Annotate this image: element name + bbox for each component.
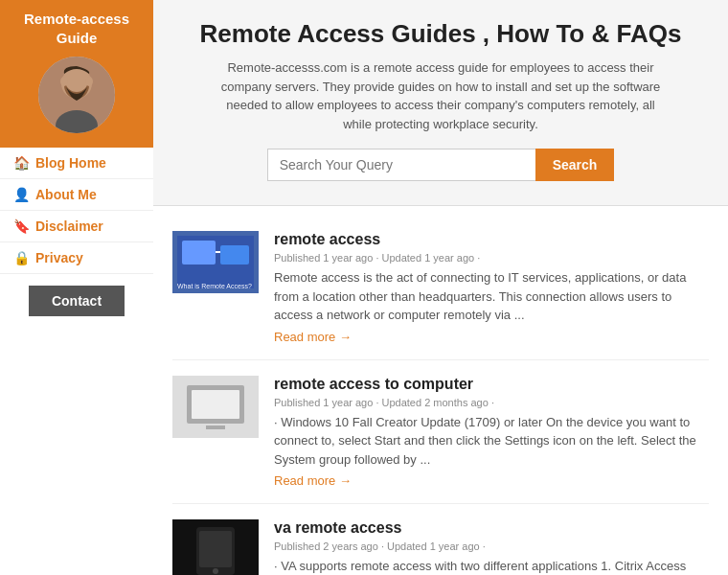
sidebar-item-privacy[interactable]: 🔒 Privacy: [0, 242, 153, 274]
article-title: remote access: [274, 231, 709, 248]
sidebar-item-about-me[interactable]: 👤 About Me: [0, 179, 153, 211]
lock-icon: 🔒: [13, 250, 30, 265]
user-icon: 👤: [13, 187, 30, 202]
main-content: Remote Access Guides , How To & FAQs Rem…: [153, 0, 728, 575]
site-title: Remote-access Guide: [0, 10, 153, 57]
article-item: What is Remote Access? remote access Pub…: [172, 216, 709, 360]
nav-label-privacy: Privacy: [35, 250, 83, 265]
sidebar: Remote-access Guide 🏠 Blog Home 👤: [0, 0, 153, 575]
article-item: va remote access Published 2 years ago ·…: [172, 504, 709, 575]
bookmark-icon: 🔖: [13, 218, 30, 234]
article-content: remote access to computer Published 1 ye…: [274, 376, 709, 489]
article-description: · VA supports remote access with two dif…: [274, 557, 709, 575]
article-meta: Published 1 year ago · Updated 2 months …: [274, 397, 709, 408]
avatar: [38, 57, 115, 133]
search-button[interactable]: Search: [535, 149, 615, 181]
home-icon: 🏠: [13, 155, 30, 171]
svg-rect-19: [199, 531, 232, 567]
nav-label-about-me: About Me: [35, 187, 97, 202]
article-item: remote access to computer Published 1 ye…: [172, 360, 709, 505]
svg-point-4: [60, 77, 68, 86]
svg-rect-15: [192, 390, 239, 419]
page-title: Remote Access Guides , How To & FAQs: [182, 19, 699, 49]
article-thumbnail: What is Remote Access?: [172, 231, 259, 293]
article-content: va remote access Published 2 years ago ·…: [274, 519, 709, 575]
read-more-link[interactable]: Read more →: [274, 473, 352, 488]
article-description: · Windows 10 Fall Creator Update (1709) …: [274, 413, 709, 470]
nav-label-blog-home: Blog Home: [35, 155, 106, 171]
article-thumbnail: [172, 376, 259, 438]
svg-text:What is Remote Access?: What is Remote Access?: [177, 283, 252, 289]
article-meta: Published 2 years ago · Updated 1 year a…: [274, 540, 709, 552]
article-thumbnail: [172, 519, 259, 575]
search-bar: Search: [182, 149, 699, 181]
page-description: Remote-accesss.com is a remote access gu…: [211, 58, 671, 133]
article-title: va remote access: [274, 519, 709, 537]
sidebar-item-disclaimer[interactable]: 🔖 Disclaimer: [0, 211, 153, 242]
svg-rect-9: [182, 241, 216, 264]
article-content: remote access Published 1 year ago · Upd…: [274, 231, 709, 344]
search-input[interactable]: [267, 149, 535, 181]
svg-rect-10: [220, 245, 249, 264]
svg-rect-16: [206, 426, 225, 429]
read-more-link[interactable]: Read more →: [274, 330, 352, 344]
article-meta: Published 1 year ago · Updated 1 year ag…: [274, 252, 709, 264]
page-header: Remote Access Guides , How To & FAQs Rem…: [153, 0, 728, 206]
sidebar-item-blog-home[interactable]: 🏠 Blog Home: [0, 148, 153, 179]
article-title: remote access to computer: [274, 376, 709, 393]
articles-list: What is Remote Access? remote access Pub…: [153, 206, 728, 575]
nav-menu: 🏠 Blog Home 👤 About Me 🔖 Disclaimer 🔒 Pr…: [0, 148, 153, 575]
svg-point-20: [213, 568, 218, 574]
svg-point-5: [85, 77, 93, 86]
article-description: Remote access is the act of connecting t…: [274, 268, 709, 325]
nav-label-disclaimer: Disclaimer: [35, 218, 103, 234]
svg-point-3: [65, 69, 88, 92]
contact-button[interactable]: Contact: [29, 286, 125, 316]
